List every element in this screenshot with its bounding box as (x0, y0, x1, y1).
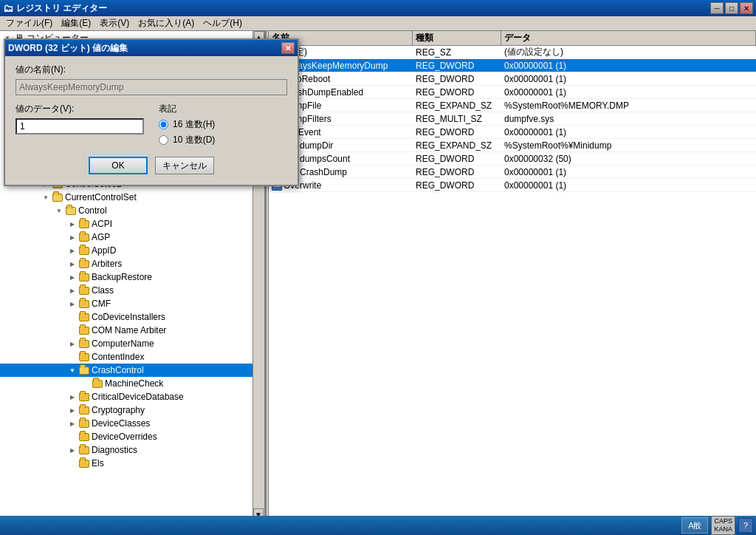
tree-label: COM Name Arbiter (92, 325, 166, 335)
minimize-button[interactable]: ─ (710, 2, 724, 14)
cell-data: 0x00000001 (1) (501, 61, 756, 71)
tree-label: Control (78, 205, 107, 216)
tree-item-acpi[interactable]: ▶ ACPI (0, 217, 264, 231)
tree-item-agp[interactable]: ▶ AGP (0, 231, 264, 244)
tree-item-codeviceinstallers[interactable]: ▶ CoDeviceInstallers (0, 310, 264, 324)
dialog-data-input[interactable] (16, 118, 144, 134)
list-row[interactable]: abDumpFiltersREG_MULTI_SZdumpfve.sys (269, 112, 756, 126)
tree-item-els[interactable]: ▶ Els (0, 457, 264, 470)
expander-mc[interactable]: ▶ (80, 378, 92, 389)
folder-icon (78, 298, 90, 310)
folder-icon (78, 218, 90, 230)
radio-group: 16 進数(H) 10 進数(D) (159, 118, 287, 146)
radio-hex-input[interactable] (159, 120, 168, 129)
list-row[interactable]: abNMICrashDumpREG_DWORD0x00000001 (1) (269, 166, 756, 179)
tree-item-backuprestore[interactable]: ▶ BackupRestore (0, 270, 264, 284)
folder-icon (78, 284, 90, 296)
expander-crypto[interactable]: ▶ (66, 404, 78, 416)
help-icon[interactable]: ? (738, 518, 753, 533)
cancel-button[interactable]: キャンセル (155, 157, 214, 174)
tree-label: DeviceClasses (92, 418, 150, 429)
menu-view[interactable]: 表示(V) (95, 16, 134, 30)
cell-data: dumpfve.sys (501, 114, 756, 124)
tree-label: ACPI (92, 219, 112, 229)
list-row[interactable]: abMinidumpsCountREG_DWORD0x00000032 (50) (269, 152, 756, 166)
dialog-name-input[interactable] (16, 79, 287, 95)
expander-cdi[interactable]: ▶ (66, 311, 78, 323)
col-header-data[interactable]: データ (501, 31, 756, 45)
expander-cdd[interactable]: ▶ (66, 391, 78, 403)
tree-label: ComputerName (92, 338, 154, 349)
tree-label: Cryptography (92, 405, 145, 415)
expander-cna[interactable]: ▶ (66, 324, 78, 336)
expander-do[interactable]: ▶ (66, 431, 78, 443)
expander-control[interactable]: ▼ (53, 205, 65, 217)
cell-type: REG_DWORD (413, 154, 501, 164)
expander-br[interactable]: ▶ (66, 271, 78, 283)
expander-ccs[interactable]: ▼ (40, 191, 52, 203)
close-button[interactable]: ✕ (740, 2, 753, 14)
list-row[interactable]: abAutoRebootREG_DWORD0x00000001 (1) (269, 72, 756, 86)
expander-ci[interactable]: ▶ (66, 351, 78, 363)
cell-data: (値の設定なし) (501, 46, 756, 58)
expander-cn[interactable]: ▶ (66, 338, 78, 350)
cell-name-text: AlwaysKeepMemoryDump (284, 61, 388, 71)
tree-item-appid[interactable]: ▶ AppID (0, 244, 264, 257)
expander-appid[interactable]: ▶ (66, 245, 78, 256)
tree-item-crashcontrol[interactable]: ▼ CrashControl (0, 364, 264, 377)
cell-data: %SystemRoot%MEMORY.DMP (501, 100, 756, 111)
expander-arbiters[interactable]: ▶ (66, 258, 78, 270)
expander-class[interactable]: ▶ (66, 284, 78, 296)
radio-hex[interactable]: 16 進数(H) (159, 118, 287, 131)
ok-button[interactable]: OK (89, 157, 148, 174)
folder-open-icon (78, 364, 90, 376)
col-header-type[interactable]: 種類 (413, 31, 501, 45)
menu-help[interactable]: ヘルプ(H) (199, 16, 247, 30)
expander-cc[interactable]: ▼ (66, 364, 78, 376)
dialog-data-label: 値のデータ(V): (16, 103, 144, 115)
cell-data: 0x00000001 (1) (501, 127, 756, 137)
folder-icon (78, 245, 90, 256)
tree-label: CrashControl (92, 365, 144, 375)
tree-item-arbiters[interactable]: ▶ Arbiters (0, 257, 264, 270)
menu-file[interactable]: ファイル(F) (1, 16, 57, 30)
menu-edit[interactable]: 編集(E) (57, 16, 95, 30)
tree-item-deviceclasses[interactable]: ▶ DeviceClasses (0, 417, 264, 430)
tree-item-computername[interactable]: ▶ ComputerName (0, 337, 264, 350)
expander-acpi[interactable]: ▶ (66, 218, 78, 230)
list-row[interactable]: abAlwaysKeepMemoryDumpREG_DWORD0x0000000… (269, 59, 756, 72)
tree-item-diagnostics[interactable]: ▶ Diagnostics (0, 443, 264, 457)
list-row[interactable]: abOverwriteREG_DWORD0x00000001 (1) (269, 179, 756, 192)
list-row[interactable]: abCrashDumpEnabledREG_DWORD0x00000001 (1… (269, 86, 756, 99)
tree-item-comnamearbiter[interactable]: ▶ COM Name Arbiter (0, 324, 264, 337)
folder-icon (78, 444, 90, 456)
tree-item-class[interactable]: ▶ Class (0, 284, 264, 297)
expander-agp[interactable]: ▶ (66, 231, 78, 243)
tree-item-deviceoverrides[interactable]: ▶ DeviceOverrides (0, 430, 264, 443)
taskbar-lang[interactable]: A般 (681, 517, 708, 534)
tree-label: ContentIndex (92, 352, 144, 362)
tree-item-currentcontrolset[interactable]: ▼ CurrentControlSet (0, 191, 264, 204)
list-row[interactable]: ab(既定)REG_SZ(値の設定なし) (269, 46, 756, 59)
tree-label: Els (92, 458, 104, 468)
dialog-close-button[interactable]: ✕ (281, 42, 295, 54)
maximize-button[interactable]: □ (725, 2, 738, 14)
radio-dec[interactable]: 10 進数(D) (159, 134, 287, 146)
expander-els[interactable]: ▶ (66, 457, 78, 469)
folder-icon (78, 324, 90, 336)
expander-cmf[interactable]: ▶ (66, 298, 78, 310)
tree-item-cmf[interactable]: ▶ CMF (0, 297, 264, 310)
list-row[interactable]: abLogEventREG_DWORD0x00000001 (1) (269, 126, 756, 139)
expander-diag[interactable]: ▶ (66, 444, 78, 456)
tree-item-control[interactable]: ▼ Control (0, 204, 264, 217)
tree-label: CriticalDeviceDatabase (92, 392, 184, 402)
tree-item-cdd[interactable]: ▶ CriticalDeviceDatabase (0, 390, 264, 403)
tree-item-machinecheck[interactable]: ▶ MachineCheck (0, 377, 264, 390)
radio-dec-input[interactable] (159, 135, 168, 145)
list-row[interactable]: abMinidumpDirREG_EXPAND_SZ%SystemRoot%¥M… (269, 139, 756, 152)
tree-item-contentindex[interactable]: ▶ ContentIndex (0, 350, 264, 364)
tree-item-cryptography[interactable]: ▶ Cryptography (0, 403, 264, 417)
menu-favorites[interactable]: お気に入り(A) (134, 16, 199, 30)
expander-dc[interactable]: ▶ (66, 418, 78, 429)
list-row[interactable]: abDumpFileREG_EXPAND_SZ%SystemRoot%MEMOR… (269, 99, 756, 112)
